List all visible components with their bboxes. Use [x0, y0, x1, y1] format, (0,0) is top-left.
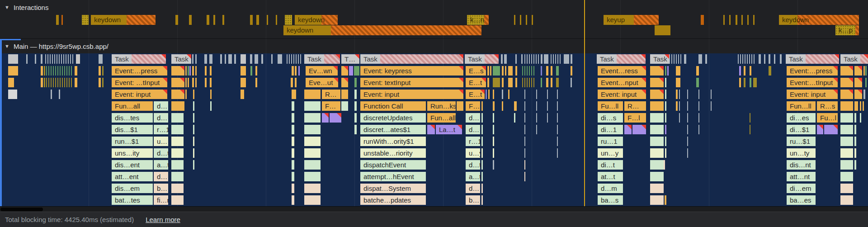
flame-bar[interactable]	[481, 148, 483, 158]
flame-bar[interactable]	[51, 90, 52, 99]
flame-bar[interactable]	[551, 78, 552, 87]
interaction-event-bar[interactable]: k…n	[467, 15, 489, 25]
interaction-tick-bar[interactable]	[56, 15, 59, 25]
flame-bar[interactable]	[241, 78, 246, 87]
flame-bar[interactable]	[676, 101, 678, 111]
flame-bar[interactable]	[541, 54, 542, 64]
flame-bar[interactable]: att…ent	[112, 172, 153, 181]
flame-bar[interactable]	[632, 125, 646, 134]
flame-bar[interactable]	[547, 90, 548, 99]
flame-bar[interactable]	[541, 78, 542, 87]
flame-bar[interactable]: Run…ks	[427, 101, 456, 111]
flame-bar[interactable]	[515, 78, 517, 87]
flame-bar[interactable]	[304, 148, 321, 158]
flame-bar[interactable]: F…l	[624, 113, 646, 123]
flame-bar[interactable]: Event: keypress	[360, 66, 463, 76]
flame-bar[interactable]	[665, 195, 666, 205]
flame-bar[interactable]	[665, 137, 666, 146]
flame-bar[interactable]	[711, 101, 712, 111]
task-bar[interactable]: Task	[360, 54, 463, 64]
flame-bar[interactable]: Function Call	[360, 101, 426, 111]
flame-bar[interactable]: dis…nt	[787, 160, 816, 170]
flame-bar[interactable]	[865, 78, 867, 87]
flame-bar[interactable]	[854, 137, 856, 146]
flame-bar[interactable]	[487, 66, 489, 76]
flame-bar[interactable]	[665, 125, 666, 134]
flame-bar[interactable]	[676, 90, 678, 99]
flame-bar[interactable]: discreteUpdates	[360, 113, 426, 123]
flame-bar[interactable]: Fu…ll	[598, 101, 623, 111]
flame-bar[interactable]	[863, 90, 865, 99]
flame-bar[interactable]	[504, 54, 507, 64]
flame-bar[interactable]	[854, 90, 862, 99]
flame-bar[interactable]: un…ty	[787, 148, 816, 158]
flame-bar[interactable]	[650, 184, 664, 193]
flame-bar[interactable]	[571, 66, 572, 76]
flame-bar[interactable]: Event: input	[360, 90, 463, 99]
flame-bar[interactable]	[650, 137, 664, 146]
flame-bar[interactable]	[854, 78, 862, 87]
interaction-tick-bar[interactable]	[526, 15, 527, 25]
flame-bar[interactable]	[824, 125, 838, 134]
flame-bar[interactable]	[698, 101, 699, 111]
flame-bar[interactable]	[59, 90, 60, 99]
flame-bar[interactable]: Event: input	[112, 90, 167, 99]
flame-bar[interactable]	[860, 101, 861, 111]
flame-bar[interactable]: Ev…wn	[306, 66, 338, 76]
flame-bar[interactable]	[546, 66, 548, 76]
flame-bar[interactable]: d…	[466, 113, 480, 123]
flame-bar[interactable]	[665, 66, 666, 76]
flame-bar[interactable]	[676, 78, 680, 87]
interaction-tick-bar[interactable]	[276, 15, 277, 25]
flame-bar[interactable]	[99, 66, 101, 76]
flame-bar[interactable]: d…m	[598, 184, 623, 193]
flame-bar[interactable]	[524, 172, 525, 181]
flame-bar[interactable]	[524, 54, 539, 64]
flame-bar[interactable]	[171, 78, 184, 87]
interaction-tick-bar[interactable]	[753, 15, 755, 25]
flame-bar[interactable]	[840, 160, 853, 170]
flame-bar[interactable]: u…y	[466, 148, 480, 158]
flame-bar[interactable]	[524, 101, 525, 111]
flame-bar[interactable]	[481, 160, 483, 170]
flame-bar[interactable]	[354, 125, 357, 134]
flame-bar[interactable]	[171, 137, 184, 146]
flame-bar[interactable]	[750, 125, 750, 134]
interaction-tick-bar[interactable]	[82, 15, 89, 25]
flame-bar[interactable]: run…$1	[112, 137, 153, 146]
flame-bar[interactable]	[854, 101, 858, 111]
flame-bar[interactable]	[650, 195, 664, 205]
flame-bar[interactable]	[696, 78, 699, 87]
flame-bar[interactable]	[687, 113, 688, 123]
flame-bar[interactable]: d…	[466, 125, 480, 134]
interaction-event-bar[interactable]: keyup	[604, 15, 659, 25]
flame-bar[interactable]	[705, 54, 707, 64]
flame-bar[interactable]	[840, 101, 853, 111]
flame-bar[interactable]: Event: …tInput	[112, 78, 167, 87]
flame-bar[interactable]	[817, 125, 823, 134]
flame-bar[interactable]: ba…s	[598, 195, 623, 205]
flame-bar[interactable]	[501, 54, 503, 64]
flame-bar[interactable]: La…t	[436, 125, 462, 134]
flame-bar[interactable]	[171, 101, 184, 111]
flame-bar[interactable]: batche…pdates	[360, 195, 426, 205]
flame-bar[interactable]	[8, 66, 18, 76]
flame-bar[interactable]	[493, 66, 500, 76]
flame-bar[interactable]: dispat…System	[360, 184, 426, 193]
flame-bar[interactable]	[679, 101, 680, 111]
flame-bar[interactable]	[193, 137, 194, 146]
flame-bar[interactable]	[750, 66, 751, 76]
flame-bar[interactable]: E…t	[466, 78, 486, 87]
flame-bar[interactable]	[650, 78, 664, 87]
flame-bar[interactable]	[524, 125, 525, 134]
flame-bar[interactable]	[250, 54, 252, 64]
interaction-tick-bar[interactable]	[213, 15, 215, 25]
flame-bar[interactable]	[220, 54, 222, 64]
flame-bar[interactable]: d…t	[154, 148, 168, 158]
task-bar[interactable]: Task	[597, 54, 646, 64]
flame-bar[interactable]	[304, 160, 321, 170]
flame-bar[interactable]	[556, 66, 559, 76]
task-bar[interactable]: Task	[112, 54, 166, 64]
flame-bar[interactable]	[840, 113, 853, 123]
flame-bar[interactable]	[502, 101, 503, 111]
